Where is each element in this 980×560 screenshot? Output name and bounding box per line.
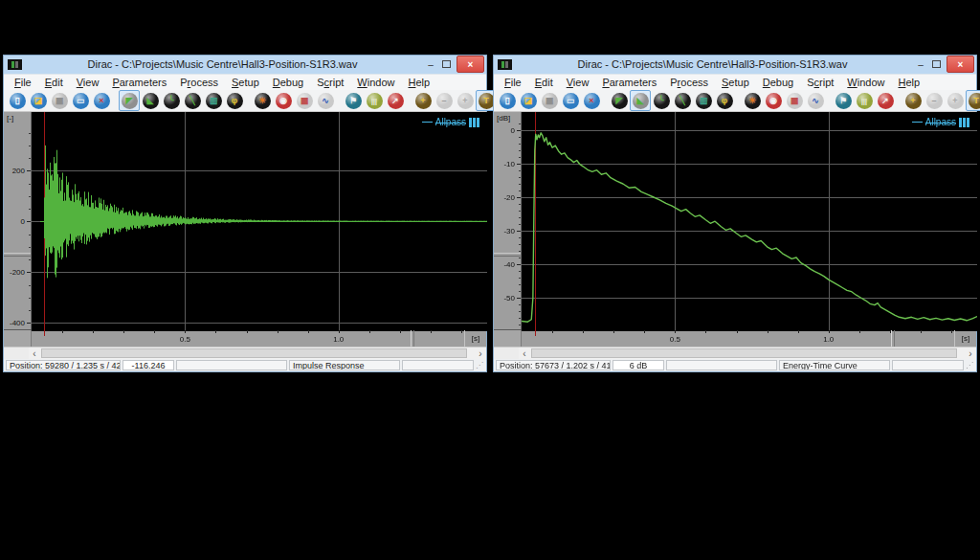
view-decay-icon[interactable]: ╰	[161, 90, 182, 111]
reverb-bars-icon[interactable]: |||	[857, 93, 873, 109]
marker-add-icon[interactable]: +	[902, 90, 924, 111]
new-file-icon[interactable]: ▯	[497, 90, 518, 111]
view-spectrum-icon[interactable]: ▥	[206, 93, 222, 109]
launch-icon[interactable]: ↗	[875, 90, 896, 111]
launch-icon[interactable]: ↗	[878, 93, 894, 109]
menu-item-edit[interactable]: Edit	[38, 75, 70, 90]
new-file-icon[interactable]: ▯	[7, 90, 28, 111]
minimize-button[interactable]: –	[423, 57, 438, 72]
plot-area[interactable]: Allpass	[32, 112, 486, 328]
ruler-position-marker[interactable]	[891, 330, 895, 347]
menu-item-process[interactable]: Process	[663, 75, 715, 90]
reverb-bars-icon[interactable]: |||	[854, 90, 875, 111]
view-etc-icon[interactable]: ◣	[633, 93, 649, 109]
view-impulse-icon[interactable]: ◤	[122, 93, 138, 109]
menu-item-script[interactable]: Script	[800, 75, 840, 90]
menu-item-help[interactable]: Help	[891, 75, 926, 90]
marker-t-icon[interactable]: T	[966, 90, 980, 111]
view-phase-icon[interactable]: φ	[224, 90, 245, 111]
menu-item-debug[interactable]: Debug	[266, 75, 310, 90]
menu-item-process[interactable]: Process	[173, 75, 225, 90]
resize-grip[interactable]: ⋰	[476, 361, 484, 370]
marker-add-icon[interactable]: +	[415, 93, 432, 109]
axis-splitter[interactable]	[494, 253, 521, 257]
flag-icon[interactable]: ⚑	[835, 93, 852, 109]
view-impulse-icon[interactable]: ◤	[609, 90, 630, 111]
scrollbar-track[interactable]	[530, 348, 965, 358]
marker-add-icon[interactable]: +	[905, 93, 922, 109]
target-icon[interactable]: ◉	[276, 93, 292, 109]
menu-item-help[interactable]: Help	[401, 75, 436, 90]
view-spectrum-icon[interactable]: ▥	[696, 93, 712, 109]
launch-icon[interactable]: ↗	[385, 90, 406, 111]
close-file-icon[interactable]: ×	[91, 90, 112, 111]
print-icon[interactable]: ▭	[560, 90, 581, 111]
reverb-bars-icon[interactable]: |||	[367, 93, 383, 109]
marker-t-icon[interactable]: T	[479, 93, 495, 109]
time-ruler[interactable]: 0.51.0[s]	[522, 330, 976, 347]
view-decay-icon[interactable]: ╰	[164, 93, 180, 109]
plot-area[interactable]: Allpass	[522, 112, 976, 328]
open-file-icon[interactable]: ◪	[521, 93, 537, 109]
view-decay-icon[interactable]: ╰	[654, 93, 670, 109]
scrollbar-thumb[interactable]	[41, 348, 467, 358]
marker-t-icon[interactable]: T	[969, 93, 980, 109]
close-file-icon[interactable]: ×	[584, 93, 600, 109]
menu-item-file[interactable]: File	[498, 75, 528, 90]
view-slope-icon[interactable]: ╲	[675, 93, 691, 109]
menu-item-view[interactable]: View	[560, 75, 596, 90]
target-icon[interactable]: ◉	[766, 93, 782, 109]
view-impulse-icon[interactable]: ◤	[119, 90, 140, 111]
color-wheel-icon[interactable]: ☀	[742, 90, 763, 111]
marker-add-icon[interactable]: +	[412, 90, 434, 111]
scroll-right-arrow[interactable]: ›	[475, 348, 486, 359]
print-icon[interactable]: ▭	[563, 93, 579, 109]
view-slope-icon[interactable]: ╲	[672, 90, 693, 111]
maximize-button[interactable]	[438, 57, 454, 72]
h-scrollbar[interactable]: ‹ ›	[4, 347, 486, 359]
flag-icon[interactable]: ⚑	[345, 93, 362, 109]
close-button[interactable]: ×	[947, 56, 974, 73]
menu-item-script[interactable]: Script	[310, 75, 350, 90]
flag-icon[interactable]: ⚑	[833, 90, 854, 111]
close-file-icon[interactable]: ×	[581, 90, 602, 111]
color-wheel-icon[interactable]: ☀	[745, 93, 761, 109]
open-file-icon[interactable]: ◪	[518, 90, 539, 111]
view-phase-icon[interactable]: φ	[227, 93, 243, 109]
view-spectrum-icon[interactable]: ▥	[203, 90, 224, 111]
view-phase-icon[interactable]: φ	[714, 90, 735, 111]
view-spectrum-icon[interactable]: ▥	[693, 90, 714, 111]
view-phase-icon[interactable]: φ	[717, 93, 733, 109]
menu-item-parameters[interactable]: Parameters	[595, 75, 663, 90]
view-slope-icon[interactable]: ╲	[185, 93, 201, 109]
time-ruler[interactable]: 0.51.0[s]	[32, 330, 486, 347]
axis-splitter[interactable]	[4, 253, 31, 257]
menu-item-window[interactable]: Window	[350, 75, 401, 90]
open-file-icon[interactable]: ◪	[31, 93, 47, 109]
close-button[interactable]: ×	[457, 56, 484, 73]
flag-icon[interactable]: ⚑	[343, 90, 364, 111]
scroll-left-arrow[interactable]: ‹	[29, 348, 40, 359]
menu-item-parameters[interactable]: Parameters	[105, 75, 173, 90]
scrollbar-thumb[interactable]	[531, 348, 957, 358]
scroll-left-arrow[interactable]: ‹	[519, 348, 530, 359]
menu-item-view[interactable]: View	[70, 75, 106, 90]
reverb-bars-icon[interactable]: |||	[364, 90, 385, 111]
h-scrollbar[interactable]: ‹ ›	[494, 347, 976, 359]
ruler-position-marker[interactable]	[411, 330, 414, 347]
view-decay-icon[interactable]: ╰	[651, 90, 672, 111]
maximize-button[interactable]	[928, 57, 944, 72]
target-icon[interactable]: ◉	[273, 90, 294, 111]
resize-grip[interactable]: ⋰	[966, 361, 974, 370]
color-wheel-icon[interactable]: ☀	[252, 90, 273, 111]
menu-item-debug[interactable]: Debug	[756, 75, 800, 90]
new-file-icon[interactable]: ▯	[10, 93, 26, 109]
close-file-icon[interactable]: ×	[94, 93, 110, 109]
print-icon[interactable]: ▭	[73, 93, 89, 109]
scroll-right-arrow[interactable]: ›	[965, 348, 976, 359]
etc-canvas[interactable]	[522, 112, 977, 331]
new-file-icon[interactable]: ▯	[500, 93, 516, 109]
menu-item-edit[interactable]: Edit	[528, 75, 560, 90]
view-slope-icon[interactable]: ╲	[182, 90, 203, 111]
minimize-button[interactable]: –	[913, 57, 928, 72]
